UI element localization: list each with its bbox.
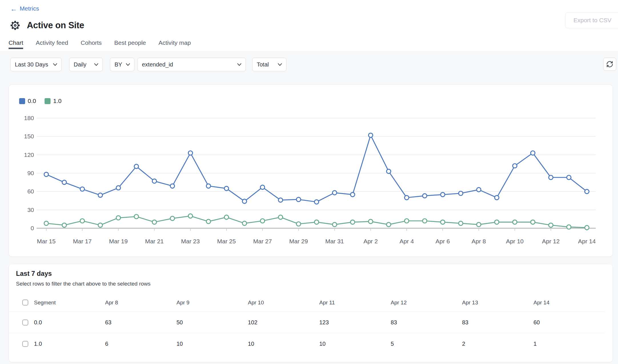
data-point[interactable] [296, 222, 301, 226]
data-point[interactable] [224, 215, 229, 219]
granularity-dropdown[interactable]: Daily [69, 58, 103, 71]
data-point[interactable] [513, 220, 517, 224]
legend-item-1.0[interactable]: 1.0 [45, 98, 61, 104]
by-dropdown[interactable]: BY [110, 58, 135, 71]
data-point[interactable] [585, 225, 589, 230]
data-point[interactable] [585, 189, 589, 194]
data-point[interactable] [242, 199, 247, 203]
data-point[interactable] [260, 219, 265, 223]
data-point[interactable] [423, 219, 427, 223]
data-point[interactable] [62, 223, 67, 227]
data-point[interactable] [80, 187, 85, 191]
data-point[interactable] [386, 169, 391, 173]
data-point[interactable] [441, 220, 445, 224]
data-point[interactable] [567, 225, 571, 229]
x-axis-label: Apr 8 [471, 238, 486, 244]
data-point[interactable] [206, 219, 210, 224]
column-header: Apr 12 [391, 300, 462, 306]
tab-activity-feed[interactable]: Activity feed [36, 39, 68, 49]
data-point[interactable] [188, 214, 192, 218]
date-range-dropdown[interactable]: Last 30 Days [10, 58, 62, 71]
tab-cohorts[interactable]: Cohorts [81, 39, 102, 49]
filters-row: Last 30 Days Daily BY extended_id Total [10, 58, 286, 71]
export-to-csv-button[interactable]: Export to CSV [565, 12, 618, 28]
data-point[interactable] [152, 179, 156, 183]
data-point[interactable] [567, 175, 571, 180]
tab-chart[interactable]: Chart [9, 39, 23, 49]
column-header: Apr 10 [248, 300, 319, 306]
data-point[interactable] [350, 193, 355, 197]
data-point[interactable] [314, 200, 319, 204]
data-point[interactable] [332, 191, 337, 195]
value-cell: 83 [462, 319, 533, 326]
back-to-metrics-link[interactable]: ← Metrics [10, 5, 39, 12]
data-point[interactable] [459, 191, 463, 195]
data-point[interactable] [62, 180, 67, 185]
data-point[interactable] [98, 223, 103, 227]
data-point[interactable] [549, 175, 553, 180]
data-point[interactable] [477, 187, 481, 192]
data-point[interactable] [368, 133, 373, 137]
data-point[interactable] [495, 195, 499, 200]
legend-item-0.0[interactable]: 0.0 [19, 98, 36, 104]
data-point[interactable] [531, 151, 535, 155]
data-point[interactable] [80, 219, 85, 223]
table-row[interactable]: 0.0 63 50 102 123 83 83 60 [9, 312, 605, 333]
date-range-value: Last 30 Days [15, 61, 48, 68]
data-point[interactable] [405, 195, 409, 200]
data-point[interactable] [98, 193, 103, 197]
line-chart: 0306090120150180Mar 15Mar 17Mar 19Mar 21… [9, 85, 613, 257]
data-point[interactable] [116, 186, 121, 190]
tab-activity-map[interactable]: Activity map [158, 39, 191, 49]
data-point[interactable] [332, 223, 337, 227]
x-axis-label: Mar 31 [325, 238, 344, 244]
data-point[interactable] [477, 223, 481, 227]
data-point[interactable] [170, 216, 174, 221]
data-point[interactable] [44, 172, 49, 177]
data-point[interactable] [549, 223, 553, 227]
x-axis-label: Mar 15 [37, 238, 55, 244]
data-point[interactable] [495, 220, 499, 224]
tab-best-people[interactable]: Best people [114, 39, 146, 49]
data-point[interactable] [423, 194, 427, 198]
data-point[interactable] [368, 219, 373, 224]
gear-icon [10, 20, 21, 31]
data-point[interactable] [260, 185, 265, 189]
row-checkbox[interactable] [22, 319, 28, 325]
data-point[interactable] [278, 198, 283, 202]
select-all-checkbox[interactable] [22, 300, 28, 306]
segment-cell: 1.0 [34, 341, 105, 347]
aggregation-dropdown[interactable]: Total [252, 58, 286, 71]
data-point[interactable] [314, 220, 319, 224]
data-point[interactable] [116, 216, 121, 220]
value-cell: 10 [319, 341, 391, 347]
data-point[interactable] [224, 186, 229, 191]
data-point[interactable] [531, 220, 535, 224]
data-point[interactable] [206, 184, 210, 188]
data-point[interactable] [134, 164, 139, 169]
segment-cell: 0.0 [34, 319, 105, 326]
data-point[interactable] [459, 221, 463, 225]
breakdown-property-dropdown[interactable]: extended_id [137, 58, 246, 71]
data-point[interactable] [152, 220, 156, 224]
data-point[interactable] [441, 193, 445, 197]
table-row[interactable]: 1.0 6 10 10 10 5 2 1 [9, 333, 605, 355]
data-point[interactable] [278, 215, 283, 219]
legend-label: 0.0 [28, 98, 36, 104]
value-cell: 102 [248, 319, 319, 326]
data-point[interactable] [386, 223, 391, 227]
data-point[interactable] [513, 164, 517, 168]
data-point[interactable] [242, 221, 247, 225]
data-point[interactable] [44, 221, 49, 225]
data-point[interactable] [350, 220, 355, 224]
refresh-button[interactable] [603, 58, 616, 71]
data-point[interactable] [296, 197, 301, 202]
refresh-icon [606, 60, 614, 68]
data-point[interactable] [170, 184, 174, 188]
x-axis-label: Apr 10 [506, 238, 524, 244]
data-point[interactable] [134, 215, 139, 219]
x-axis-label: Apr 4 [400, 238, 414, 244]
data-point[interactable] [188, 151, 192, 155]
row-checkbox[interactable] [22, 341, 28, 347]
data-point[interactable] [405, 219, 409, 223]
